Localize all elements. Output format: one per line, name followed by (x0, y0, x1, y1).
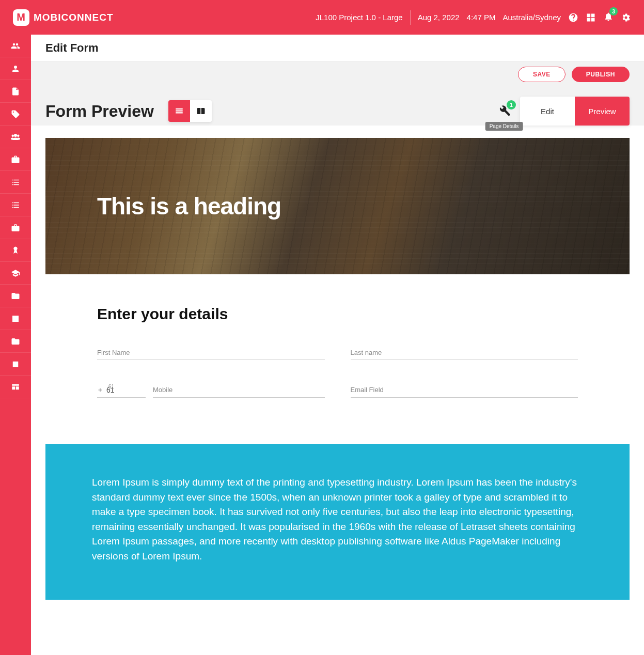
divider (410, 10, 411, 25)
sidebar-item-users[interactable] (0, 35, 31, 57)
tab-edit[interactable]: Edit (520, 97, 575, 126)
mode-tabs: Edit Preview (520, 97, 630, 126)
sidebar-item-folder1[interactable] (0, 285, 31, 307)
header-time: 4:47 PM (467, 13, 496, 22)
cc-value: 61 (97, 386, 146, 394)
header-tz: Australia/Sydney (502, 13, 561, 22)
email-label: Email Field (351, 386, 578, 394)
sidebar-item-award[interactable] (0, 239, 31, 262)
country-code-field[interactable]: 61 61 (97, 386, 146, 398)
subheader: Edit Form (31, 35, 644, 61)
sidebar (0, 35, 31, 655)
last-name-field[interactable]: Last name (351, 349, 578, 360)
sidebar-item-square[interactable] (0, 353, 31, 376)
hero-title: This is a heading (97, 192, 281, 220)
sidebar-item-education[interactable] (0, 262, 31, 285)
save-button[interactable]: SAVE (518, 67, 566, 82)
form-section: Enter your details First Name Last name … (45, 274, 630, 434)
publish-button[interactable]: PUBLISH (572, 67, 630, 82)
section-title: Enter your details (97, 305, 578, 323)
sidebar-item-package[interactable] (0, 148, 31, 171)
sidebar-item-profile[interactable] (0, 57, 31, 80)
last-name-label: Last name (351, 349, 578, 356)
brand-name: MOBICONNECT (34, 12, 114, 23)
main: Edit Form SAVE PUBLISH Form Preview 1 Pa… (31, 35, 644, 655)
sidebar-item-list2[interactable] (0, 194, 31, 216)
help-icon[interactable] (568, 12, 578, 23)
mobile-field[interactable]: Mobile (153, 386, 325, 398)
sidebar-item-tag[interactable] (0, 103, 31, 126)
sidebar-item-table[interactable] (0, 376, 31, 398)
tooltip: Page Details (485, 122, 523, 131)
sidebar-item-briefcase[interactable] (0, 216, 31, 239)
hero-banner: This is a heading (45, 138, 630, 274)
email-field[interactable]: Email Field (351, 386, 578, 398)
apps-icon[interactable] (586, 12, 596, 23)
first-name-field[interactable]: First Name (97, 349, 325, 360)
project-name[interactable]: JL100 Project 1.0 - Large (316, 13, 402, 22)
tab-preview[interactable]: Preview (575, 97, 630, 126)
view-list-button[interactable] (168, 100, 190, 122)
notifications[interactable]: 3 (603, 11, 614, 23)
first-name-label: First Name (97, 349, 325, 356)
plus-icon (97, 387, 103, 393)
sidebar-item-folder2[interactable] (0, 330, 31, 353)
logo-badge-icon: M (13, 9, 29, 26)
logo[interactable]: M MOBICONNECT (13, 9, 114, 26)
page-title: Edit Form (45, 41, 99, 55)
sidebar-item-list1[interactable] (0, 171, 31, 194)
info-block: Lorem Ipsum is simply dummy text of the … (45, 444, 630, 600)
settings-icon[interactable] (621, 12, 631, 23)
form-canvas: This is a heading Enter your details Fir… (45, 138, 630, 600)
sidebar-item-medical[interactable] (0, 307, 31, 330)
sidebar-item-document[interactable] (0, 80, 31, 103)
notif-count: 3 (609, 7, 618, 15)
view-toggle (168, 100, 212, 122)
preview-title: Form Preview (45, 102, 154, 121)
view-book-button[interactable] (190, 100, 212, 122)
phone-row: 61 61 Mobile (97, 386, 325, 398)
cc-small-label: 61 (108, 384, 114, 389)
topbar: M MOBICONNECT JL100 Project 1.0 - Large … (0, 0, 644, 35)
mobile-label: Mobile (153, 386, 325, 394)
page-details-button[interactable]: 1 Page Details (497, 103, 511, 119)
wrench-badge: 1 (507, 100, 516, 110)
action-row: SAVE PUBLISH (31, 61, 644, 82)
preview-header: Form Preview 1 Page Details Edit Preview (31, 82, 644, 126)
header-date: Aug 2, 2022 (418, 13, 460, 22)
sidebar-item-team[interactable] (0, 126, 31, 148)
